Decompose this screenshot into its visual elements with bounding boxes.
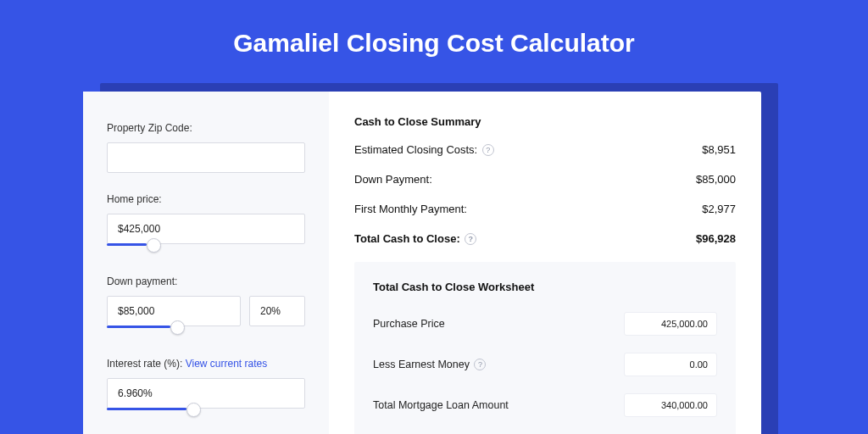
summary-row-value: $8,951	[702, 143, 736, 156]
down-payment-slider[interactable]	[107, 326, 305, 337]
interest-field: Interest rate (%): View current rates	[107, 358, 305, 420]
down-payment-label: Down payment:	[107, 275, 305, 287]
interest-label: Interest rate (%): View current rates	[107, 358, 305, 370]
interest-label-text: Interest rate (%):	[107, 358, 186, 370]
worksheet-value-input[interactable]	[624, 393, 717, 417]
slider-thumb[interactable]	[186, 403, 201, 417]
page-title: Gamaliel Closing Cost Calculator	[0, 0, 868, 75]
help-icon[interactable]: ?	[465, 233, 476, 245]
view-rates-link[interactable]: View current rates	[186, 358, 268, 370]
down-payment-field: Down payment:	[107, 275, 305, 337]
summary-row-value: $96,928	[696, 232, 736, 245]
summary-row-label: Total Cash to Close: ?	[354, 232, 476, 245]
worksheet-heading: Total Cash to Close Worksheet	[373, 281, 717, 293]
calculator-card: Property Zip Code: Home price: Down paym…	[83, 92, 761, 434]
summary-row-label: Down Payment:	[354, 173, 432, 186]
help-icon[interactable]: ?	[482, 144, 494, 156]
home-price-field: Home price:	[107, 193, 305, 255]
worksheet-row-label: Total Mortgage Loan Amount	[373, 399, 509, 411]
worksheet-row-label: Less Earnest Money ?	[373, 359, 486, 370]
summary-row: First Monthly Payment: $2,977	[354, 203, 736, 215]
results-panel: Cash to Close Summary Estimated Closing …	[329, 92, 761, 434]
worksheet-row-label: Purchase Price	[373, 318, 445, 330]
interest-slider[interactable]	[107, 408, 305, 420]
interest-input[interactable]	[107, 378, 305, 409]
zip-label: Property Zip Code:	[107, 122, 305, 134]
worksheet-value-input[interactable]	[624, 353, 717, 376]
home-price-input[interactable]	[107, 214, 305, 244]
help-icon[interactable]: ?	[474, 359, 486, 370]
summary-row: Down Payment: $85,000	[354, 173, 736, 186]
worksheet-row: Less Earnest Money ?	[373, 353, 717, 376]
slider-thumb[interactable]	[147, 238, 161, 253]
summary-row-label: Estimated Closing Costs: ?	[354, 143, 494, 156]
summary-row-value: $85,000	[696, 173, 736, 186]
summary-row-value: $2,977	[702, 203, 736, 215]
worksheet-row: Purchase Price	[373, 312, 717, 336]
summary-row: Total Cash to Close: ?$96,928	[354, 232, 736, 245]
summary-row-label: First Monthly Payment:	[354, 203, 467, 215]
down-payment-pct-input[interactable]	[249, 296, 305, 326]
home-price-label: Home price:	[107, 193, 305, 205]
zip-input[interactable]	[107, 142, 305, 173]
zip-field: Property Zip Code:	[107, 122, 305, 173]
worksheet-panel: Total Cash to Close Worksheet Purchase P…	[354, 262, 736, 434]
inputs-panel: Property Zip Code: Home price: Down paym…	[83, 92, 329, 434]
worksheet-value-input[interactable]	[624, 312, 717, 336]
home-price-slider[interactable]	[107, 243, 305, 255]
worksheet-row: Total Mortgage Loan Amount	[373, 393, 717, 417]
summary-row: Estimated Closing Costs: ?$8,951	[354, 143, 736, 156]
summary-heading: Cash to Close Summary	[354, 115, 736, 128]
slider-thumb[interactable]	[170, 320, 185, 335]
